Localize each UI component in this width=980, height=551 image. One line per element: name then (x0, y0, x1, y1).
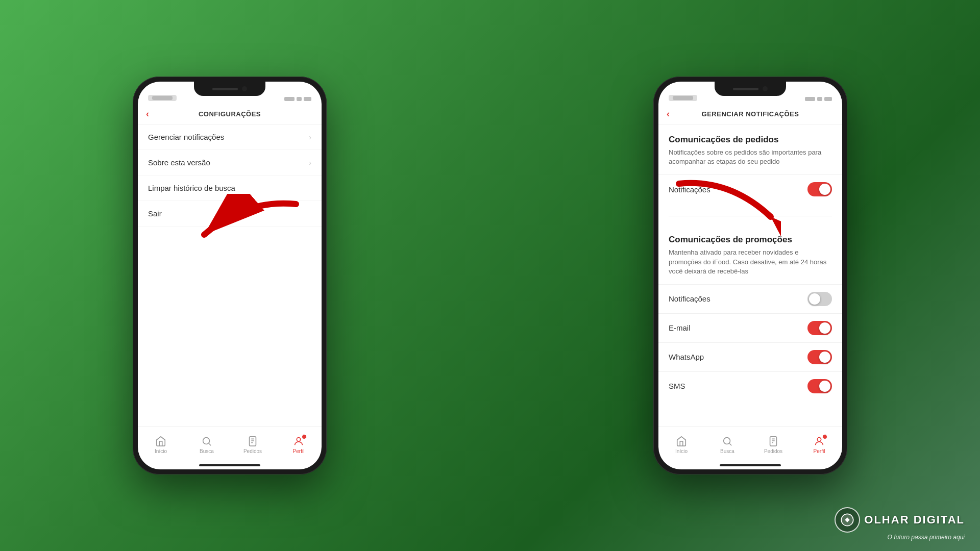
bottom-nav-right: Início Busca (658, 427, 842, 462)
screen-title-left: CONFIGURAÇÕES (199, 110, 261, 118)
phone-left: ‹ CONFIGURAÇÕES Gerenciar notificações ›… (133, 77, 327, 474)
toggle-knob-email (819, 322, 830, 334)
svg-point-8 (724, 438, 730, 444)
nav-label-orders-left: Pedidos (243, 448, 262, 454)
manage-notifications-content: Comunicações de pedidos Notificações sob… (658, 124, 842, 427)
nav-label-profile-right: Perfil (814, 448, 825, 454)
notch-camera (242, 86, 247, 91)
watermark-logo: OLHAR DIGITAL (835, 507, 965, 533)
watermark-brand-text: OLHAR DIGITAL (864, 513, 965, 527)
profile-icon-left (292, 435, 305, 447)
toggle-knob-whatsapp (819, 352, 830, 363)
svg-line-1 (209, 443, 211, 445)
toggle-row-whatsapp: WhatsApp (658, 342, 842, 371)
menu-label-history: Limpar histórico de busca (148, 184, 235, 192)
search-icon-left (201, 435, 213, 447)
svg-line-9 (729, 443, 731, 445)
nav-profile-left[interactable]: Perfil (276, 435, 322, 454)
screen-header-right: ‹ GERENCIAR NOTIFICAÇÕES (658, 104, 842, 124)
svg-rect-10 (770, 437, 777, 446)
toggle-row-sms: SMS (658, 371, 842, 400)
toggle-email[interactable] (807, 321, 832, 335)
notch-speaker-right (733, 88, 758, 90)
nav-label-orders-right: Pedidos (764, 448, 782, 454)
screen-title-right: GERENCIAR NOTIFICAÇÕES (702, 110, 799, 118)
status-icons-right (805, 97, 832, 101)
nav-label-search-right: Busca (720, 448, 734, 454)
phone-right: ‹ GERENCIAR NOTIFICAÇÕES Comunicações de… (653, 77, 847, 474)
status-time-right (669, 95, 697, 101)
orders-icon-right (767, 435, 779, 447)
toggle-label-email: E-mail (669, 323, 691, 332)
home-icon-left (155, 435, 167, 447)
toggle-knob-sms (819, 381, 830, 392)
nav-label-home-right: Início (675, 448, 688, 454)
nav-search-left[interactable]: Busca (184, 435, 230, 454)
watermark: OLHAR DIGITAL O futuro passa primeiro aq… (835, 507, 965, 541)
profile-icon-right (813, 435, 825, 447)
section-desc-promocoes: Mantenha ativado para receber novidades … (658, 248, 842, 284)
toggle-pedidos-notif[interactable] (807, 182, 832, 196)
toggle-promo-notif[interactable] (807, 292, 832, 306)
status-icons-left (284, 97, 311, 101)
nav-orders-left[interactable]: Pedidos (230, 435, 276, 454)
toggle-label-promo-notif: Notificações (669, 294, 710, 303)
nav-label-home-left: Início (155, 448, 167, 454)
nav-home-left[interactable]: Início (138, 435, 184, 454)
nav-orders-right[interactable]: Pedidos (750, 435, 796, 454)
svg-point-6 (297, 438, 300, 441)
profile-badge-dot-right (822, 434, 827, 439)
menu-label-notifications: Gerenciar notificações (148, 133, 224, 141)
menu-item-version[interactable]: Sobre esta versão › (138, 150, 322, 176)
section-title-pedidos: Comunicações de pedidos (658, 124, 842, 148)
phone-notch-right (715, 82, 786, 96)
nav-profile-right[interactable]: Perfil (796, 435, 842, 454)
chevron-version: › (309, 159, 311, 167)
nav-search-right[interactable]: Busca (704, 435, 750, 454)
home-bar-right (720, 464, 781, 466)
section-desc-pedidos: Notificações sobre os pedidos são import… (658, 148, 842, 174)
nav-home-right[interactable]: Início (658, 435, 704, 454)
toggle-knob-pedidos-notif (819, 184, 830, 195)
screen-header-left: ‹ CONFIGURAÇÕES (138, 104, 322, 124)
phone-right-container: ‹ GERENCIAR NOTIFICAÇÕES Comunicações de… (653, 77, 847, 474)
orders-icon-left (247, 435, 259, 447)
status-time-left (148, 95, 177, 101)
watermark-title: OLHAR DIGITAL (864, 513, 965, 527)
svg-point-0 (203, 438, 210, 444)
nav-label-search-left: Busca (200, 448, 214, 454)
watermark-subtitle: O futuro passa primeiro aqui (888, 534, 965, 541)
svg-rect-2 (250, 437, 256, 446)
notch-camera-right (763, 86, 768, 91)
svg-point-14 (817, 438, 821, 441)
menu-item-notifications[interactable]: Gerenciar notificações › (138, 124, 322, 150)
home-icon-right (675, 435, 688, 447)
toggle-whatsapp[interactable] (807, 350, 832, 364)
notch-speaker (212, 88, 238, 90)
chevron-notifications: › (309, 133, 311, 141)
settings-menu: Gerenciar notificações › Sobre esta vers… (138, 124, 322, 427)
toggle-row-email: E-mail (658, 313, 842, 342)
nav-label-profile-left: Perfil (293, 448, 305, 454)
phone-notch-left (194, 82, 265, 96)
bottom-nav-left: Início Busca (138, 427, 322, 462)
toggle-knob-promo-notif (809, 293, 820, 305)
arrow-right-indicator (669, 173, 781, 242)
profile-badge-dot-left (302, 434, 307, 439)
toggle-row-promo-notif: Notificações (658, 284, 842, 313)
toggle-label-whatsapp: WhatsApp (669, 353, 704, 361)
arrow-left-indicator (194, 194, 306, 257)
watermark-circle (835, 507, 860, 533)
home-bar-left (199, 464, 260, 466)
menu-label-version: Sobre esta versão (148, 158, 210, 167)
menu-label-logout: Sair (148, 209, 162, 218)
search-icon-right (721, 435, 733, 447)
back-button-right[interactable]: ‹ (667, 109, 670, 119)
toggle-sms[interactable] (807, 379, 832, 393)
back-button-left[interactable]: ‹ (146, 109, 149, 119)
toggle-label-sms: SMS (669, 382, 685, 390)
